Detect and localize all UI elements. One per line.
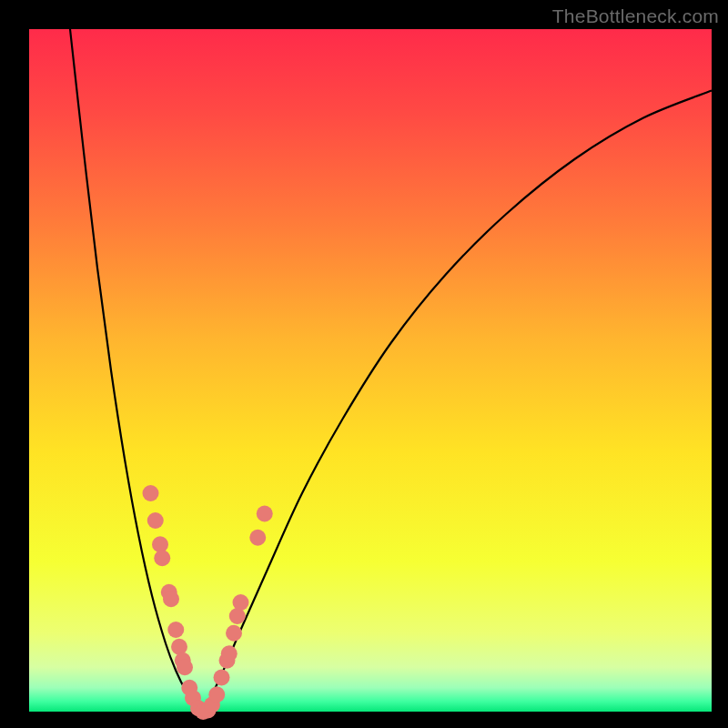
data-marker: [249, 530, 266, 546]
data-marker: [229, 608, 246, 624]
right-curve: [203, 91, 712, 713]
left-curve: [70, 29, 203, 712]
data-marker: [221, 645, 238, 662]
data-marker: [226, 625, 242, 642]
data-marker: [177, 659, 193, 675]
data-marker: [154, 550, 170, 566]
data-marker: [257, 506, 273, 522]
data-marker: [233, 594, 249, 611]
data-marker: [147, 512, 164, 529]
data-marker: [171, 639, 187, 655]
curves-layer: [29, 29, 712, 712]
data-marker: [167, 622, 184, 638]
data-marker: [214, 670, 230, 686]
chart-frame: TheBottleneck.com: [0, 0, 728, 728]
data-marker: [163, 591, 179, 607]
data-marker: [143, 485, 159, 501]
plot-area: [29, 29, 712, 712]
watermark-text: TheBottleneck.com: [552, 5, 719, 27]
data-marker: [208, 686, 225, 703]
